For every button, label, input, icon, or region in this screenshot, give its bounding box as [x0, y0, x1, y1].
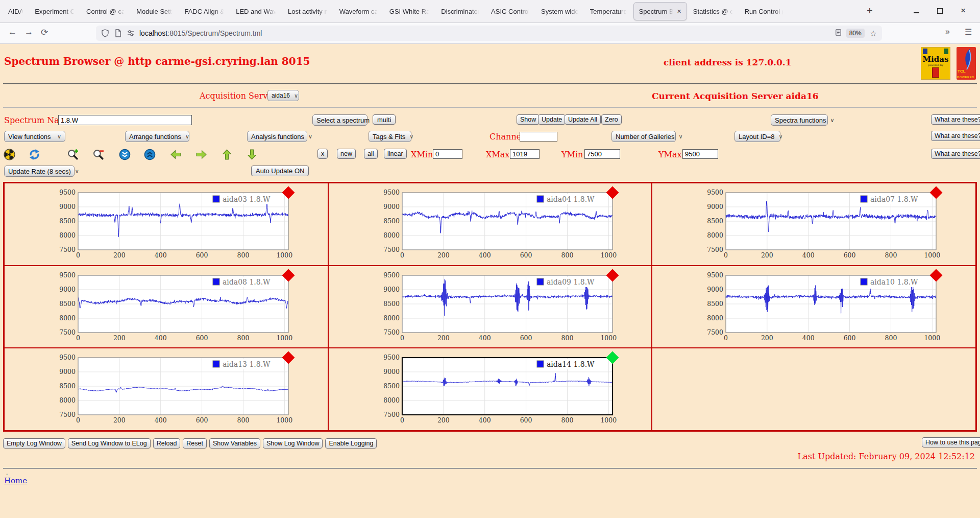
analysis-functions-dropdown[interactable]: Analysis functions	[247, 131, 307, 142]
what-are-these-button[interactable]: What are these?	[931, 149, 980, 159]
browser-tab[interactable]: ASIC Control	[486, 3, 535, 20]
new-tab-button[interactable]: +	[867, 5, 873, 16]
acquisition-server-select[interactable]: aida16	[267, 90, 299, 101]
spectrum-cell[interactable]: 7500800085009000950002004006008001000aid…	[652, 266, 976, 348]
menu-hamburger-icon[interactable]: ☰	[965, 27, 972, 37]
zoom-in-icon[interactable]	[66, 148, 79, 160]
arrange-functions-dropdown[interactable]: Arrange functions	[125, 131, 189, 142]
browser-tab[interactable]: Run Control (	[740, 3, 789, 20]
zoom-out-icon[interactable]	[92, 148, 104, 160]
browser-tab[interactable]: System wide	[536, 3, 584, 20]
view-functions-dropdown[interactable]: View functions	[4, 131, 65, 142]
send-log-window-to-elog-button[interactable]: Send Log Window to ELog	[68, 438, 151, 449]
spectrum-plot-aida13[interactable]: 7500800085009000950002004006008001000aid…	[58, 350, 303, 428]
reload-button[interactable]: Reload	[153, 438, 181, 449]
permissions-icon[interactable]	[127, 29, 135, 37]
layout-id-dropdown[interactable]: Layout ID=8	[734, 131, 780, 142]
all-button[interactable]: all	[364, 149, 378, 159]
show-log-window-button[interactable]: Show Log Window	[263, 438, 323, 449]
browser-tab[interactable]: AIDA	[3, 3, 29, 20]
browser-tab[interactable]: Waveform ca	[334, 3, 383, 20]
svg-text:7500: 7500	[707, 246, 724, 253]
browser-tab[interactable]: LED and Wav	[231, 3, 282, 20]
number-of-galleries-dropdown[interactable]: Number of Galleries	[611, 131, 676, 142]
update-rate-dropdown[interactable]: Update Rate (8 secs)	[4, 166, 75, 177]
ymin-input[interactable]	[584, 149, 620, 159]
reader-view-icon[interactable]	[835, 29, 842, 38]
window-maximize-button[interactable]	[935, 6, 944, 15]
pan-up-icon[interactable]	[220, 148, 233, 160]
url-text: localhost:8015/Spectrum/Spectrum.tml	[139, 29, 262, 37]
x-axis-button[interactable]: x	[317, 149, 328, 159]
browser-tab[interactable]: Module Setti	[131, 3, 178, 20]
browser-tab[interactable]: Statistics @ c	[688, 3, 739, 20]
browser-tab[interactable]: Temperature	[585, 3, 632, 20]
spectrum-cell[interactable]: 7500800085009000950002004006008001000aid…	[4, 266, 328, 348]
spectrum-plot-aida14[interactable]: 7500800085009000950002004006008001000aid…	[382, 350, 627, 428]
spectrum-name-input[interactable]	[58, 115, 192, 125]
select-spectrum-dropdown[interactable]: Select a spectrum	[312, 114, 368, 126]
browser-tab[interactable]: Experiment C	[30, 3, 80, 20]
what-are-these-button[interactable]: What are these?	[931, 114, 980, 125]
spectrum-plot-aida09[interactable]: 7500800085009000950002004006008001000aid…	[382, 268, 627, 346]
spectrum-cell[interactable]: 7500800085009000950002004006008001000aid…	[652, 183, 976, 266]
spectrum-plot-aida03[interactable]: 7500800085009000950002004006008001000aid…	[58, 185, 303, 263]
svg-text:aida03 1.8.W: aida03 1.8.W	[223, 195, 271, 203]
show-variables-button[interactable]: Show Variables	[209, 438, 260, 449]
spectrum-cell[interactable]: 7500800085009000950002004006008001000aid…	[328, 348, 652, 431]
spectrum-plot-aida08[interactable]: 7500800085009000950002004006008001000aid…	[58, 268, 303, 346]
expand-y-icon[interactable]	[143, 148, 156, 160]
auto-update-button[interactable]: Auto Update ON	[251, 166, 309, 176]
browser-tab[interactable]: FADC Align &	[179, 3, 230, 20]
pan-right-icon[interactable]	[195, 148, 207, 160]
multi-button[interactable]: multi	[373, 114, 396, 125]
what-are-these-button[interactable]: What are these?	[931, 131, 980, 141]
collapse-y-icon[interactable]	[118, 148, 131, 160]
reload-button[interactable]: ⟳	[41, 27, 48, 38]
spectra-functions-dropdown[interactable]: Spectra functions	[771, 114, 828, 126]
forward-button[interactable]: →	[24, 27, 33, 37]
window-close-button[interactable]: ×	[959, 6, 968, 15]
browser-tab[interactable]: Control @ ca	[81, 3, 130, 20]
tags-fits-dropdown[interactable]: Tags & Fits	[369, 131, 411, 142]
spectrum-cell[interactable]: 7500800085009000950002004006008001000aid…	[4, 348, 328, 431]
shield-icon[interactable]	[101, 29, 109, 37]
browser-tab[interactable]: Discriminator	[436, 3, 485, 20]
linear-button[interactable]: linear	[384, 149, 407, 159]
spectrum-plot-aida10[interactable]: 7500800085009000950002004006008001000aid…	[705, 268, 950, 346]
spectrum-cell[interactable]: 7500800085009000950002004006008001000aid…	[328, 183, 652, 266]
back-button[interactable]: ←	[8, 27, 17, 37]
bookmark-star-icon[interactable]: ☆	[870, 29, 877, 38]
spectrum-plot-aida07[interactable]: 7500800085009000950002004006008001000aid…	[705, 185, 950, 263]
browser-tab[interactable]: Lost activity n	[283, 3, 333, 20]
pan-left-icon[interactable]	[169, 148, 182, 160]
xmin-input[interactable]	[433, 149, 462, 159]
xmax-input[interactable]	[510, 149, 540, 159]
browser-tab[interactable]: GSI White Ra	[384, 3, 435, 20]
home-link[interactable]: Home	[4, 476, 27, 485]
reset-button[interactable]: Reset	[183, 438, 207, 449]
address-input[interactable]: localhost:8015/Spectrum/Spectrum.tml 80%…	[96, 26, 882, 41]
overflow-chevrons-icon[interactable]: »	[945, 27, 950, 36]
ymax-input[interactable]	[682, 149, 718, 159]
update-all-button[interactable]: Update All	[565, 114, 601, 125]
zero-button[interactable]: Zero	[601, 114, 622, 125]
empty-log-window-button[interactable]: Empty Log Window	[3, 438, 65, 449]
spectrum-plot-aida04[interactable]: 7500800085009000950002004006008001000aid…	[382, 185, 627, 263]
show-button[interactable]: Show	[517, 114, 540, 125]
tab-close-icon[interactable]: ×	[677, 8, 681, 15]
spectrum-cell[interactable]: 7500800085009000950002004006008001000aid…	[328, 266, 652, 348]
spectrum-cell[interactable]: 7500800085009000950002004006008001000aid…	[4, 183, 328, 266]
page-info-icon[interactable]	[114, 29, 122, 37]
zoom-level-chip[interactable]: 80%	[846, 29, 865, 38]
how-to-use-button[interactable]: How to use this page	[922, 437, 980, 448]
new-button[interactable]: new	[337, 149, 356, 159]
channel-input[interactable]	[520, 132, 557, 142]
browser-tab[interactable]: Spectrum B×	[633, 2, 687, 20]
refresh-icon[interactable]	[28, 148, 40, 160]
radiation-icon[interactable]	[3, 148, 15, 160]
window-minimize-button[interactable]	[912, 6, 921, 15]
enable-logging-button[interactable]: Enable Logging	[325, 438, 377, 449]
update-button[interactable]: Update	[538, 114, 566, 125]
pan-down-icon[interactable]	[246, 148, 258, 160]
